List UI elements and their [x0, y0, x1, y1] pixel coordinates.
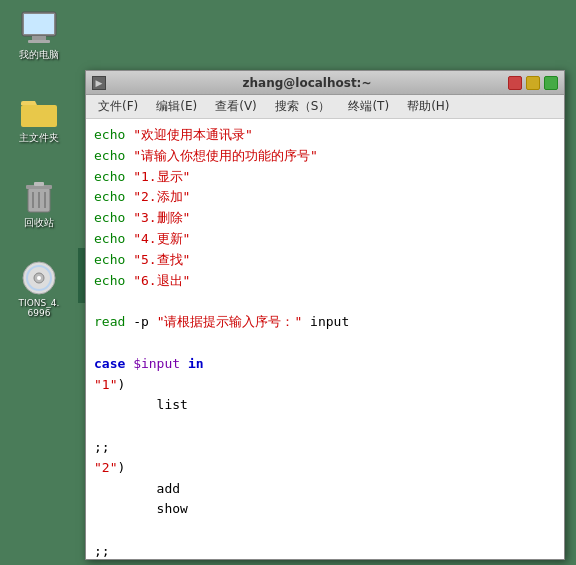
cd-label: TIONS_4.6996 — [19, 298, 60, 318]
code-line-dsemi2: ;; — [94, 541, 556, 559]
code-line-list: list — [94, 395, 556, 416]
menu-view[interactable]: 查看(V) — [207, 96, 265, 117]
code-line-add: add — [94, 479, 556, 500]
code-line-case1: "1") — [94, 375, 556, 396]
folder-label: 主文件夹 — [19, 131, 59, 145]
code-line-read: read -p "请根据提示输入序号：" input — [94, 312, 556, 333]
title-bar: ▶ zhang@localhost:~ — [86, 71, 564, 95]
code-line-dsemi1: ;; — [94, 437, 556, 458]
desktop-icons: 我的电脑 主文件夹 回收站 TIONS_4.6996 — [0, 0, 80, 565]
svg-point-13 — [37, 276, 41, 280]
terminal-window: ▶ zhang@localhost:~ 文件(F) 编辑(E) 查看(V) 搜索… — [85, 70, 565, 560]
terminal-icon: ▶ — [92, 76, 106, 90]
code-line-blank-1 — [94, 291, 556, 312]
code-line-blank-3 — [94, 416, 556, 437]
menu-help[interactable]: 帮助(H) — [399, 96, 457, 117]
code-line-7: echo "5.查找" — [94, 250, 556, 271]
code-line-4: echo "2.添加" — [94, 187, 556, 208]
code-line-blank-4 — [94, 520, 556, 541]
svg-rect-1 — [24, 14, 54, 34]
computer-icon — [18, 10, 60, 46]
desktop-icon-cd[interactable]: TIONS_4.6996 — [5, 260, 73, 318]
code-line-case: case $input in — [94, 354, 556, 375]
minimize-button[interactable] — [526, 76, 540, 90]
window-title: zhang@localhost:~ — [243, 76, 372, 90]
code-line-3: echo "1.显示" — [94, 167, 556, 188]
code-line-5: echo "3.删除" — [94, 208, 556, 229]
terminal-content[interactable]: echo "欢迎使用本通讯录" echo "请输入你想使用的功能的序号" ech… — [86, 119, 564, 559]
code-line-blank-2 — [94, 333, 556, 354]
title-bar-left: ▶ — [92, 76, 106, 90]
menu-terminal[interactable]: 终端(T) — [340, 96, 397, 117]
code-line-case2: "2") — [94, 458, 556, 479]
code-line-8: echo "6.退出" — [94, 271, 556, 292]
desktop-icon-computer[interactable]: 我的电脑 — [5, 10, 73, 62]
menu-edit[interactable]: 编辑(E) — [148, 96, 205, 117]
computer-label: 我的电脑 — [19, 48, 59, 62]
desktop-icon-folder[interactable]: 主文件夹 — [5, 95, 73, 145]
menu-file[interactable]: 文件(F) — [90, 96, 146, 117]
svg-rect-2 — [32, 36, 46, 40]
code-line-2: echo "请输入你想使用的功能的序号" — [94, 146, 556, 167]
code-line-1: echo "欢迎使用本通讯录" — [94, 125, 556, 146]
folder-icon — [19, 95, 59, 129]
svg-rect-3 — [28, 40, 50, 43]
maximize-button[interactable] — [544, 76, 558, 90]
cd-icon — [19, 260, 59, 296]
svg-rect-4 — [21, 105, 57, 127]
menu-search[interactable]: 搜索（S） — [267, 96, 339, 117]
close-button[interactable] — [508, 76, 522, 90]
window-controls — [508, 76, 558, 90]
desktop-icon-trash[interactable]: 回收站 — [5, 178, 73, 230]
menu-bar: 文件(F) 编辑(E) 查看(V) 搜索（S） 终端(T) 帮助(H) — [86, 95, 564, 119]
code-line-6: echo "4.更新" — [94, 229, 556, 250]
code-line-show1: show — [94, 499, 556, 520]
trash-icon — [21, 178, 57, 214]
svg-rect-7 — [34, 182, 44, 186]
trash-label: 回收站 — [24, 216, 54, 230]
